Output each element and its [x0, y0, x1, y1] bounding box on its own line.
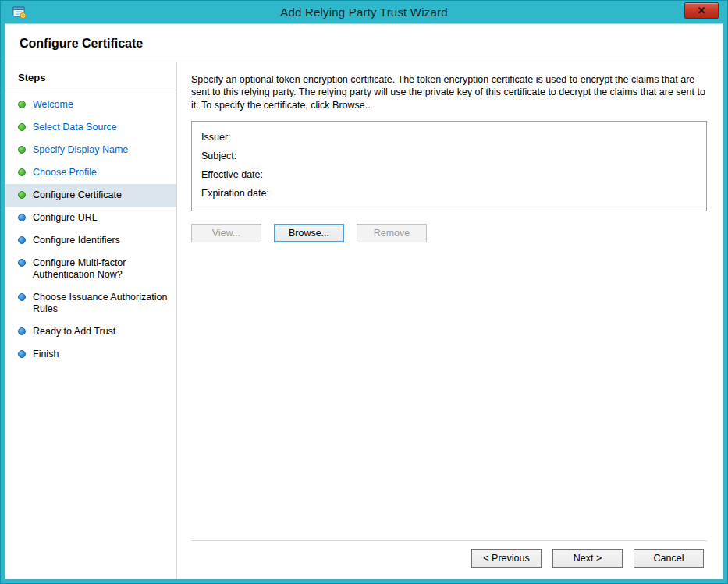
previous-button[interactable]: < Previous: [471, 549, 542, 568]
step-label: Specify Display Name: [33, 144, 128, 156]
step-status-icon: [18, 168, 26, 176]
step-label: Choose Issuance Authorization Rules: [33, 292, 170, 315]
step-item-configure-certificate[interactable]: Configure Certificate: [5, 184, 176, 207]
cert-field-label: Expiration date:: [201, 186, 269, 200]
remove-button: Remove: [357, 224, 427, 242]
step-label: Configure URL: [33, 212, 98, 224]
cert-field-expiration-date: Expiration date:: [201, 184, 697, 203]
step-item-welcome[interactable]: Welcome: [5, 94, 176, 116]
window-title: Add Relying Party Trust Wizard: [5, 5, 723, 19]
step-item-configure-url: Configure URL: [5, 207, 176, 229]
step-status-icon: [18, 146, 26, 154]
step-item-ready-to-add-trust: Ready to Add Trust: [5, 320, 176, 343]
step-status-icon: [18, 191, 26, 199]
step-status-icon: [18, 293, 26, 301]
step-item-choose-profile[interactable]: Choose Profile: [5, 161, 176, 184]
cert-field-issuer: Issuer:: [201, 128, 697, 147]
wizard-footer: < Previous Next > Cancel: [191, 540, 707, 579]
step-label: Configure Identifiers: [33, 235, 120, 246]
step-label: Configure Multi-factor Authentication No…: [33, 257, 170, 281]
step-status-icon: [18, 350, 26, 358]
step-status-icon: [18, 327, 26, 335]
step-label: Choose Profile: [33, 167, 97, 179]
steps-sidebar: Steps Welcome Select Data Source Specify…: [5, 62, 177, 579]
step-label: Select Data Source: [33, 122, 117, 133]
wizard-dialog: Configure Certificate Steps Welcome Sele…: [5, 23, 723, 579]
step-label: Ready to Add Trust: [33, 326, 115, 338]
step-status-icon: [18, 236, 26, 244]
close-icon: ✕: [698, 5, 706, 16]
certificate-actions: View... Browse... Remove: [191, 224, 707, 242]
cert-field-label: Subject:: [201, 149, 236, 163]
next-button[interactable]: Next >: [552, 549, 623, 568]
step-label: Finish: [33, 349, 59, 360]
step-item-configure-identifiers: Configure Identifiers: [5, 229, 176, 252]
certificate-details-box: Issuer: Subject: Effective date: Expirat…: [191, 121, 707, 211]
cancel-button[interactable]: Cancel: [634, 549, 704, 568]
step-item-select-data-source[interactable]: Select Data Source: [5, 116, 176, 139]
cert-field-label: Issuer:: [201, 130, 231, 144]
steps-header: Steps: [5, 67, 176, 90]
step-label: Configure Certificate: [33, 189, 122, 201]
titlebar[interactable]: Add Relying Party Trust Wizard ✕: [5, 1, 723, 23]
page-title: Configure Certificate: [5, 24, 723, 62]
step-status-icon: [18, 101, 26, 108]
cert-field-effective-date: Effective date:: [201, 165, 697, 184]
step-label: Welcome: [33, 99, 73, 111]
step-status-icon: [18, 214, 26, 221]
cert-field-label: Effective date:: [201, 168, 263, 182]
step-item-configure-mfa: Configure Multi-factor Authentication No…: [5, 252, 176, 286]
cert-field-subject: Subject:: [201, 147, 697, 165]
step-item-choose-issuance-rules: Choose Issuance Authorization Rules: [5, 286, 176, 320]
step-item-specify-display-name[interactable]: Specify Display Name: [5, 139, 176, 161]
wizard-window: Add Relying Party Trust Wizard ✕ Configu…: [0, 0, 728, 584]
view-button: View...: [191, 224, 261, 242]
step-item-finish: Finish: [5, 343, 176, 366]
main-panel: Specify an optional token encryption cer…: [177, 62, 723, 579]
page-description: Specify an optional token encryption cer…: [191, 73, 707, 111]
browse-button[interactable]: Browse...: [274, 224, 344, 242]
close-button[interactable]: ✕: [684, 2, 719, 19]
step-status-icon: [18, 259, 26, 267]
step-status-icon: [18, 123, 26, 131]
